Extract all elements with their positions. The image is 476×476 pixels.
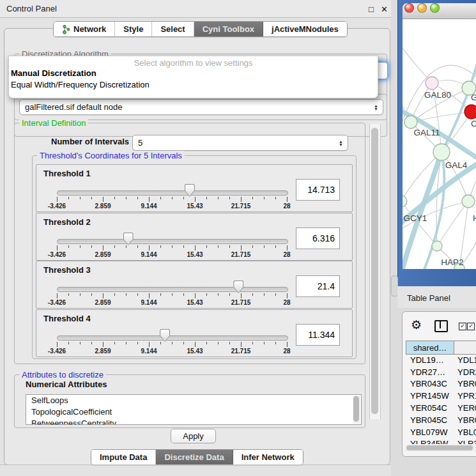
network-node-red[interactable] <box>464 105 476 119</box>
network-node-pink[interactable] <box>426 77 438 89</box>
tab-impute-data[interactable]: Impute Data <box>91 450 156 464</box>
network-node-green[interactable] <box>433 144 450 160</box>
checkbox-icon[interactable]: ✓ <box>467 323 475 330</box>
tick-mark <box>149 197 150 202</box>
cell-name: YBL0 <box>453 426 476 438</box>
attribute-list-item[interactable]: SelfLoops <box>26 395 361 406</box>
close-icon[interactable]: ✕ <box>381 4 388 14</box>
tick-mark <box>126 342 127 344</box>
mac-minimize-button[interactable] <box>417 3 427 13</box>
table-row[interactable]: YLR345WYLR3 <box>406 438 476 444</box>
mac-close-button[interactable] <box>404 3 414 13</box>
algorithm-item-manual[interactable]: Manual Discretization <box>11 68 96 78</box>
tick-mark <box>80 293 81 296</box>
tick-mark <box>149 342 150 347</box>
tick-mark <box>80 245 81 248</box>
tick-mark <box>229 293 230 296</box>
tick-mark <box>275 293 276 296</box>
threshold-slider-track[interactable] <box>57 190 288 196</box>
table-row[interactable]: YBR045CYBR0 <box>406 414 476 426</box>
network-node-label: GAL4 <box>445 160 468 170</box>
threshold-slider-track[interactable] <box>57 335 288 341</box>
table-row[interactable]: YDL19…YDL1 <box>406 354 476 366</box>
network-node-label: GCY1 <box>404 213 427 223</box>
attributes-list-scrollbar[interactable] <box>353 395 360 424</box>
threshold-slider-track[interactable] <box>57 239 288 244</box>
tick-mark <box>103 342 104 347</box>
tab-network[interactable]: Network <box>54 22 115 36</box>
algorithm-prompt-item[interactable]: Select algorithm to view settings <box>9 58 378 68</box>
network-node-green[interactable] <box>462 195 475 208</box>
tick-mark <box>80 342 81 344</box>
threshold-label: Threshold 1 <box>43 169 91 178</box>
table-horizontal-scrollbar[interactable] <box>405 445 476 451</box>
tick-mark <box>103 197 104 202</box>
table-row[interactable]: YPR145WYPR1 <box>406 390 476 402</box>
tick-mark <box>252 342 253 344</box>
tab-cyni-toolbox[interactable]: Cyni Toolbox <box>194 22 263 36</box>
table-row[interactable]: YER054CYER0 <box>406 402 476 414</box>
tick-label: 2.859 <box>95 203 111 210</box>
tick-mark <box>68 342 69 344</box>
tick-label: 21.715 <box>231 203 251 210</box>
threshold-value-field[interactable]: 11.344 <box>296 324 340 346</box>
tab-style[interactable]: Style <box>115 22 152 36</box>
threshold-slider-track[interactable] <box>57 287 288 292</box>
table-header-name[interactable]: na <box>454 341 476 355</box>
tick-mark <box>172 197 173 199</box>
table-data-combobox[interactable]: galFiltered.sif default node ▲▼ <box>19 99 383 115</box>
threshold-box-2: Threshold 2-3.4262.8599.14415.4321.71528… <box>36 213 353 261</box>
table-header-shared-name[interactable]: shared… <box>406 341 454 355</box>
split-view-icon[interactable] <box>434 320 448 332</box>
table-panel: ⚙ ✓ ✓ shared… na YDL19…YDL1YDR27…YDR2YBR… <box>402 311 476 457</box>
settings-vertical-scrollbar[interactable] <box>369 124 381 419</box>
threshold-value-field[interactable]: 6.316 <box>296 227 340 249</box>
tick-mark <box>241 245 242 250</box>
tick-mark <box>172 342 173 344</box>
network-edge[interactable] <box>403 45 432 83</box>
tick-mark <box>172 245 173 248</box>
tick-mark <box>57 293 58 298</box>
cell-shared-name: YBR043C <box>406 378 453 390</box>
attribute-list-item[interactable]: TopologicalCoefficient <box>26 406 361 418</box>
tick-mark <box>160 342 161 344</box>
tab-label: Style <box>123 24 143 34</box>
attributes-group-title: Attributes to discretize <box>19 370 106 380</box>
gear-icon[interactable]: ⚙ <box>411 318 422 332</box>
numerical-attributes-label: Numerical Attributes <box>26 380 107 389</box>
float-window-icon[interactable]: □ <box>369 4 374 14</box>
tick-mark <box>57 197 58 202</box>
tick-mark <box>114 293 115 296</box>
tick-mark <box>149 293 150 298</box>
tick-mark <box>206 342 207 344</box>
network-node-green[interactable] <box>403 196 407 207</box>
cell-name: YBR0 <box>453 378 476 390</box>
table-row[interactable]: YBL079WYBL0 <box>406 426 476 438</box>
tab-discretize-data[interactable]: Discretize Data <box>156 450 233 464</box>
tick-mark <box>218 245 219 248</box>
network-canvas[interactable]: GAL80GACGAL11GAL4GCY1HHAP2 <box>403 19 476 269</box>
threshold-value-field[interactable]: 21.4 <box>296 275 340 297</box>
tab-label: Network <box>73 24 106 34</box>
network-node-green[interactable] <box>432 241 442 251</box>
attribute-list-item[interactable]: BetweennessCentrality <box>26 418 361 425</box>
tick-mark <box>183 342 184 344</box>
mac-zoom-button[interactable] <box>430 3 440 13</box>
table-row[interactable]: YDR27…YDR2 <box>406 366 476 378</box>
tick-mark <box>241 342 242 347</box>
number-of-intervals-combobox[interactable]: 5 ▲▼ <box>132 135 348 151</box>
tab-select[interactable]: Select <box>152 22 194 36</box>
tab-jactivemnodules[interactable]: jActiveMNodules <box>263 22 347 36</box>
algorithm-item-equal-width[interactable]: Equal Width/Frequency Discretization <box>11 80 150 89</box>
tick-mark <box>275 245 276 248</box>
tab-infer-network[interactable]: Infer Network <box>233 450 303 464</box>
numerical-attributes-list[interactable]: SelfLoopsTopologicalCoefficientBetweenne… <box>26 394 362 425</box>
network-node-green[interactable] <box>404 116 417 128</box>
apply-button[interactable]: Apply <box>171 429 216 443</box>
tick-label: -3.426 <box>48 203 66 210</box>
tick-mark <box>218 197 219 199</box>
checkbox-icon[interactable]: ✓ <box>459 323 466 330</box>
threshold-value-field[interactable]: 14.713 <box>296 179 340 201</box>
table-row[interactable]: YBR043CYBR0 <box>406 378 476 390</box>
tick-mark <box>252 197 253 199</box>
